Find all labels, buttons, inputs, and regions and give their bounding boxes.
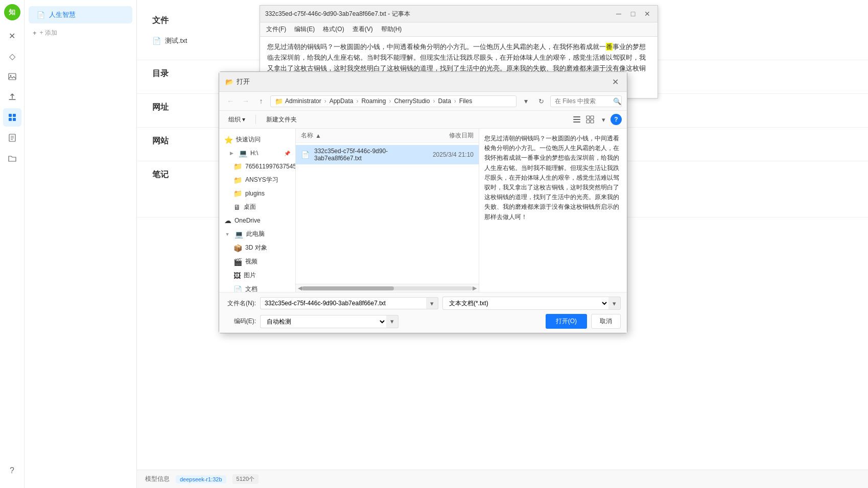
addr-part-roaming[interactable]: Roaming: [361, 97, 386, 105]
add-button[interactable]: + + 添加: [25, 26, 136, 40]
desktop-icon: 🖥: [233, 203, 241, 211]
expand-icon-pc: ▼: [224, 231, 230, 237]
cloud-icon: ☁: [224, 216, 231, 225]
filename-input[interactable]: [260, 297, 426, 309]
toolbar-sep: [255, 115, 256, 124]
scroll-right-arrow[interactable]: ▶: [473, 285, 477, 291]
sidebar: 📄 人生智慧 + + 添加: [25, 0, 137, 488]
folder-icon-btn[interactable]: [3, 149, 21, 167]
filename-dropdown-btn[interactable]: ▾: [426, 297, 438, 309]
addr-folder-icon: 📁: [275, 97, 283, 105]
video-icon: 🎬: [233, 258, 242, 266]
view-dropdown-btn[interactable]: ▾: [597, 113, 609, 126]
addr-part-cherrystudio[interactable]: CherryStudio: [394, 97, 430, 105]
new-folder-btn[interactable]: 新建文件夹: [262, 114, 301, 126]
addr-part-data[interactable]: Data: [438, 97, 451, 105]
nav-onedrive[interactable]: ☁ OneDrive: [219, 214, 295, 227]
encoding-dropdown-btn[interactable]: ▾: [386, 315, 398, 328]
filetype-select[interactable]: 文本文档(*.txt): [442, 297, 608, 310]
type-dropdown-btn[interactable]: ▾: [608, 297, 621, 310]
notepad-menu-view[interactable]: 查看(V): [348, 23, 377, 35]
scroll-left-arrow[interactable]: ◀: [298, 285, 302, 291]
addr-part-appdata[interactable]: AppData: [330, 97, 354, 105]
nav-3d-objects[interactable]: 📦 3D 对象: [219, 241, 295, 255]
notepad-close-btn[interactable]: ✕: [642, 9, 652, 19]
star-icon: ⭐: [224, 136, 233, 144]
addr-forward-btn[interactable]: →: [240, 95, 252, 107]
add-label: + 添加: [40, 29, 57, 37]
file-item-name: 测试.txt: [165, 36, 187, 45]
svg-point-1: [10, 75, 11, 76]
notepad-maximize-btn[interactable]: □: [628, 9, 638, 19]
nav-documents[interactable]: 📄 文档: [219, 282, 295, 292]
notepad-menu: 文件(F) 编辑(E) 格式(O) 查看(V) 帮助(H): [260, 22, 658, 37]
addr-back-btn[interactable]: ←: [224, 95, 237, 107]
view-grid-btn[interactable]: [584, 113, 596, 126]
pc-icon: 💻: [234, 230, 243, 238]
nav-desktop[interactable]: 🖥 桌面: [219, 200, 295, 214]
view-list-btn[interactable]: [571, 113, 583, 126]
nav-folder-ansys[interactable]: 📁 ANSYS学习: [219, 173, 295, 187]
file-open-dialog: 📂 打开 ✕ ← → ↑ 📁 Administrator › AppData ›…: [219, 71, 627, 333]
open-button[interactable]: 打开(O): [546, 314, 587, 329]
addr-refresh-btn[interactable]: ↻: [535, 95, 547, 107]
documents-icon: 📄: [233, 285, 242, 292]
nav-images[interactable]: 🖼 图片: [219, 269, 295, 282]
addr-path: 📁 Administrator › AppData › Roaming › Ch…: [270, 95, 517, 107]
dialog-scrollbar[interactable]: ◀ ▶: [296, 284, 479, 292]
cancel-button[interactable]: 取消: [591, 314, 621, 329]
dialog-close-btn[interactable]: ✕: [609, 76, 621, 87]
nav-folder-ansys-label: ANSYS学习: [245, 176, 278, 184]
icon-bar: 知 ✕ ◇ ?: [0, 0, 25, 488]
diamond-icon-btn[interactable]: ◇: [3, 47, 21, 65]
nav-images-label: 图片: [244, 271, 256, 280]
dialog-titlebar: 📂 打开 ✕: [219, 72, 627, 92]
dialog-bottom: 文件名(N): ▾ 文本文档(*.txt) ▾ 编码(E): 自动检测: [219, 292, 627, 333]
dialog-nav: ⭐ 快速访问 ▶ 💻 H:\ 📌 📁 76561199763754502 📁 A…: [219, 129, 296, 292]
notepad-menu-format[interactable]: 格式(O): [319, 23, 348, 35]
scrollbar-thumb[interactable]: [302, 286, 394, 290]
files-header: 名称 ▲ 修改日期: [296, 129, 479, 143]
dialog-help-btn[interactable]: ?: [611, 114, 622, 125]
sidebar-item-label: 人生智慧: [49, 10, 76, 19]
addr-part-files[interactable]: Files: [459, 97, 472, 105]
book-icon-btn[interactable]: [3, 129, 21, 147]
notepad-menu-file[interactable]: 文件(F): [262, 23, 290, 35]
notepad-minimize-btn[interactable]: ─: [614, 9, 624, 19]
dialog-files-panel: 名称 ▲ 修改日期 📄 332c35ed-c75f-446c-9d90-3ab7…: [296, 129, 479, 292]
addr-up-btn[interactable]: ↑: [255, 95, 267, 107]
nav-h-drive[interactable]: ▶ 💻 H:\ 📌: [219, 147, 295, 160]
image-icon-btn[interactable]: [3, 67, 21, 86]
search-input[interactable]: [555, 97, 611, 105]
nav-folder-plugins[interactable]: 📁 plugins: [219, 187, 295, 200]
grid-icon-btn[interactable]: [3, 108, 21, 127]
upload-icon-btn[interactable]: [3, 88, 21, 106]
preview-text: 您见过清朝的铜钱吗？一枚圆圆的小钱，中间透看棱角分明的小方孔。一位饱历人生风霜的…: [484, 134, 622, 222]
notepad-menu-help[interactable]: 帮助(H): [377, 23, 406, 35]
col-date-header[interactable]: 修改日期: [392, 131, 474, 140]
dialog-encoding-row: 编码(E): 自动检测 ▾ 打开(O) 取消: [225, 314, 621, 329]
model-badge[interactable]: deepseek-r1:32b: [176, 475, 226, 483]
nav-videos-label: 视频: [245, 257, 257, 266]
sort-icon: ▲: [315, 132, 321, 139]
nav-this-pc[interactable]: ▼ 💻 此电脑: [219, 227, 295, 241]
close-icon-btn[interactable]: ✕: [3, 27, 21, 45]
sidebar-item-renzhihui[interactable]: 📄 人生智慧: [29, 6, 132, 23]
addr-dropdown-btn[interactable]: ▾: [520, 95, 532, 107]
help-icon-btn[interactable]: ?: [3, 461, 21, 480]
nav-this-pc-label: 此电脑: [246, 230, 265, 238]
encoding-select[interactable]: 自动检测: [260, 315, 386, 328]
nav-quick-access[interactable]: ⭐ 快速访问: [219, 133, 295, 147]
file-row-0[interactable]: 📄 332c35ed-c75f-446c-9d90-3ab7ea8f66e7.t…: [296, 145, 479, 164]
organize-btn[interactable]: 组织 ▾: [224, 114, 249, 126]
dialog-filename-row: 文件名(N): ▾ 文本文档(*.txt) ▾: [225, 297, 621, 310]
addr-part-admin[interactable]: Administrator: [285, 97, 321, 105]
notepad-menu-edit[interactable]: 编辑(E): [290, 23, 319, 35]
nav-videos[interactable]: 🎬 视频: [219, 255, 295, 269]
col-name-header[interactable]: 名称 ▲: [301, 131, 392, 140]
avatar[interactable]: 知: [4, 4, 20, 20]
svg-rect-12: [573, 121, 580, 123]
nav-folder-1[interactable]: 📁 76561199763754502: [219, 160, 295, 173]
filetype-wrap: 文本文档(*.txt) ▾: [442, 297, 621, 310]
scrollbar-track[interactable]: [302, 286, 473, 290]
